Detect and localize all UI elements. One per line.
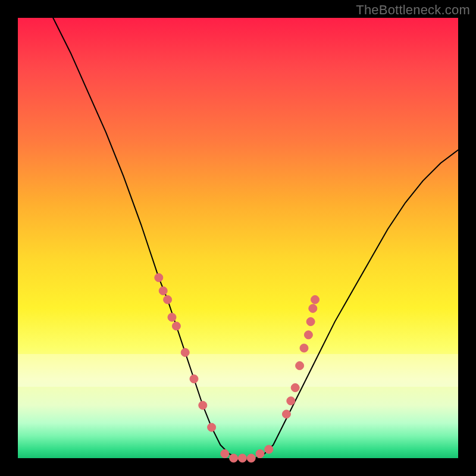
- data-point: [291, 384, 299, 392]
- data-point: [159, 287, 167, 295]
- data-point: [247, 454, 255, 462]
- data-point: [311, 296, 320, 304]
- data-point: [230, 454, 238, 462]
- data-point: [296, 362, 304, 370]
- chart-stage: TheBottleneck.com: [0, 0, 476, 476]
- bottleneck-curve: [53, 18, 458, 458]
- data-point: [181, 348, 189, 356]
- data-point: [265, 445, 273, 453]
- data-point: [172, 322, 180, 330]
- data-point: [256, 450, 264, 458]
- data-point: [300, 344, 308, 352]
- highlight-points: [155, 274, 320, 462]
- data-point: [164, 296, 172, 304]
- data-point: [168, 313, 176, 321]
- data-point: [190, 375, 198, 383]
- data-point: [306, 318, 315, 326]
- data-point: [238, 454, 246, 462]
- data-point: [287, 397, 295, 405]
- data-point: [304, 331, 312, 339]
- data-point: [199, 401, 207, 409]
- data-point: [309, 304, 317, 312]
- chart-svg: [18, 18, 458, 458]
- data-point: [221, 450, 229, 458]
- watermark-label: TheBottleneck.com: [356, 2, 470, 18]
- data-point: [282, 410, 290, 418]
- data-point: [155, 274, 163, 282]
- data-point: [208, 423, 216, 431]
